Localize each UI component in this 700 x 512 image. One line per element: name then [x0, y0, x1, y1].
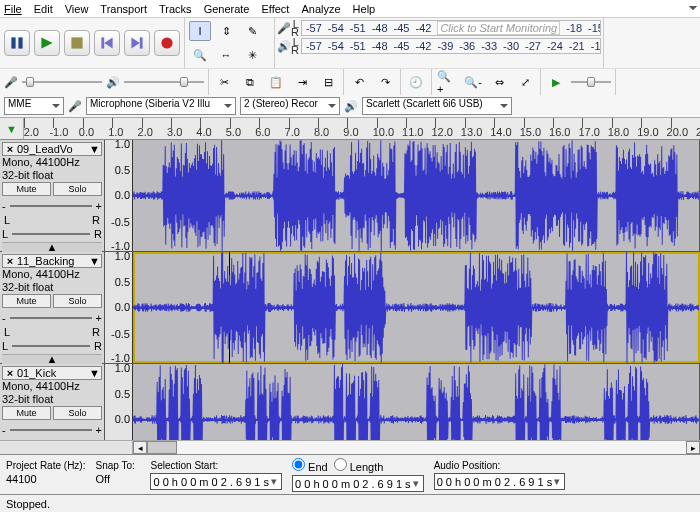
waveform[interactable] [133, 140, 700, 251]
playback-meter[interactable]: -57-54-51-48-45-42-39-36-33-30-27-24-21-… [301, 38, 601, 54]
play-speed-button[interactable]: ▶ [545, 72, 567, 92]
copy-button[interactable]: ⧉ [239, 72, 261, 92]
redo-button[interactable]: ↷ [374, 72, 396, 92]
menu-tracks[interactable]: Tracks [159, 3, 192, 15]
recording-device-select[interactable]: Microphone (Siberia V2 Illu [86, 97, 236, 115]
skip-start-button[interactable] [94, 30, 120, 56]
svg-rect-7 [140, 37, 143, 48]
multi-tool[interactable]: ✳ [241, 45, 263, 65]
zoom-out-button[interactable]: 🔍- [462, 72, 484, 92]
gain-slider[interactable]: -+ [2, 310, 102, 326]
recording-meter[interactable]: -57-54-51-48-45-42Click to Start Monitor… [301, 20, 601, 36]
menu-effect[interactable]: Effect [262, 3, 290, 15]
pause-button[interactable] [4, 30, 30, 56]
draw-tool[interactable]: ✎ [241, 21, 263, 41]
waveform[interactable] [133, 252, 700, 363]
close-track-button[interactable]: × [5, 255, 15, 267]
gain-slider[interactable]: -+ [2, 422, 102, 438]
mute-button[interactable]: Mute [2, 182, 51, 196]
undo-toolbar: ↶ ↷ [344, 69, 401, 95]
transport-toolbar [0, 18, 185, 68]
fit-project-button[interactable]: ⤢ [514, 72, 536, 92]
speaker-icon: 🔊 [277, 40, 291, 53]
trim-button[interactable]: ⇥ [291, 72, 313, 92]
envelope-tool[interactable]: ⇕ [215, 21, 237, 41]
audio-position-field[interactable]: 0 0 h 0 0 m 0 2 . 6 9 1 s▾ [434, 473, 566, 490]
menu-transport[interactable]: Transport [100, 3, 147, 15]
solo-button[interactable]: Solo [53, 182, 102, 196]
collapse-button[interactable]: ▲ [2, 242, 102, 252]
length-radio[interactable]: Length [334, 458, 384, 473]
track-menu-button[interactable]: ▼ [89, 367, 99, 379]
collapse-button[interactable]: ▲ [2, 354, 102, 364]
track-menu-button[interactable]: ▼ [89, 143, 99, 155]
pan-slider[interactable]: LR [2, 226, 102, 242]
menu-analyze[interactable]: Analyze [301, 3, 340, 15]
rec-volume-slider[interactable] [22, 76, 102, 88]
solo-button[interactable]: Solo [53, 406, 102, 420]
menu-view[interactable]: View [65, 3, 89, 15]
paste-button[interactable]: 📋 [265, 72, 287, 92]
edit-toolbar: ✂ ⧉ 📋 ⇥ ⊟ [209, 69, 344, 95]
zoom-in-button[interactable]: 🔍+ [436, 72, 458, 92]
pin-icon[interactable]: ▼ [0, 118, 24, 139]
waveform[interactable] [133, 364, 700, 440]
selection-start-field[interactable]: 0 0 h 0 0 m 0 2 . 6 9 1 s▾ [150, 473, 282, 490]
menu-edit[interactable]: Edit [34, 3, 53, 15]
timeshift-tool[interactable]: ↔ [215, 45, 237, 65]
audio-host-select[interactable]: MME [4, 97, 64, 115]
track: × 01_Kick ▼ Mono, 44100Hz 32-bit float M… [0, 364, 700, 440]
time-ruler[interactable]: -2.0-1.00.01.02.03.04.05.06.07.08.09.010… [24, 118, 700, 139]
snap-label: Snap To: [95, 460, 140, 471]
svg-point-8 [161, 37, 172, 48]
close-track-button[interactable]: × [5, 143, 15, 155]
menu-generate[interactable]: Generate [204, 3, 250, 15]
mute-button[interactable]: Mute [2, 406, 51, 420]
menu-file[interactable]: File [4, 3, 22, 15]
selection-end-field[interactable]: 0 0 h 0 0 m 0 2 . 6 9 1 s▾ [292, 475, 424, 492]
menu-help[interactable]: Help [353, 3, 376, 15]
skip-end-button[interactable] [124, 30, 150, 56]
scroll-right-button[interactable]: ▸ [686, 441, 700, 454]
track-bitdepth: 32-bit float [2, 169, 102, 182]
vertical-scale[interactable]: 1.0 0.5 0.0 -0.5 -1.0 [105, 140, 133, 251]
track: × 09_LeadVo ▼ Mono, 44100Hz 32-bit float… [0, 140, 700, 252]
zoom-tool[interactable]: 🔍 [189, 45, 211, 65]
mute-button[interactable]: Mute [2, 294, 51, 308]
vertical-scale[interactable]: 1.0 0.5 0.0 -0.5 -1.0 [105, 364, 133, 440]
track-name[interactable]: 11_Backing [17, 255, 75, 267]
pan-slider[interactable]: LR [2, 338, 102, 354]
close-track-button[interactable]: × [5, 367, 15, 379]
fit-selection-button[interactable]: ⇔ [488, 72, 510, 92]
project-rate-select[interactable]: 44100 [6, 473, 61, 491]
horizontal-scrollbar[interactable]: ◂ ▸ [0, 440, 700, 454]
scroll-left-button[interactable]: ◂ [133, 441, 147, 454]
speaker-icon: 🔊 [344, 100, 358, 113]
undo-button[interactable]: ↶ [348, 72, 370, 92]
sync-lock-button[interactable]: 🕘 [405, 72, 427, 92]
track-menu-button[interactable]: ▼ [89, 255, 99, 267]
recording-channels-select[interactable]: 2 (Stereo) Recor [240, 97, 340, 115]
end-radio[interactable]: End [292, 458, 328, 473]
cut-button[interactable]: ✂ [213, 72, 235, 92]
play-volume-slider[interactable] [124, 76, 204, 88]
play-button[interactable] [34, 30, 60, 56]
snap-to-select[interactable]: Off [95, 473, 140, 491]
selection-tool[interactable]: I [189, 21, 211, 41]
silence-button[interactable]: ⊟ [317, 72, 339, 92]
track-name[interactable]: 01_Kick [17, 367, 56, 379]
selection-toolbar: Project Rate (Hz): 44100 Snap To: Off Se… [0, 454, 700, 494]
status-text: Stopped. [6, 498, 50, 510]
track-name[interactable]: 09_LeadVo [17, 143, 73, 155]
stop-button[interactable] [64, 30, 90, 56]
record-button[interactable] [154, 30, 180, 56]
playback-device-select[interactable]: Scarlett (Scarlett 6i6 USB) [362, 97, 512, 115]
playback-speed-slider[interactable] [571, 76, 611, 88]
gain-slider[interactable]: -+ [2, 198, 102, 214]
track-bitdepth: 32-bit float [2, 393, 102, 406]
vertical-scale[interactable]: 1.0 0.5 0.0 -0.5 -1.0 [105, 252, 133, 363]
svg-rect-3 [71, 37, 82, 48]
svg-marker-2 [41, 37, 52, 48]
track-format: Mono, 44100Hz [2, 380, 102, 393]
solo-button[interactable]: Solo [53, 294, 102, 308]
